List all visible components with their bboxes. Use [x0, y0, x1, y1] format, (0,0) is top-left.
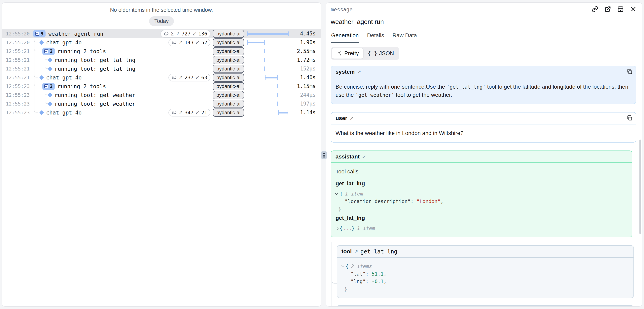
token-coin-icon: [164, 31, 169, 36]
tokens-in-count: 727: [182, 31, 190, 37]
span-start-time: 12:55:21: [6, 66, 31, 72]
json-comma: ,: [440, 198, 444, 205]
dock-panel-icon[interactable]: [617, 5, 624, 13]
copy-icon[interactable]: [626, 115, 633, 122]
timeline-tick: [277, 84, 278, 88]
span-label: running tool: get_lat_lng: [54, 57, 135, 63]
span-tree-cell: running tool: get_lat_lng: [31, 57, 213, 63]
assistant-message-body: Tool calls get_lat_lng{1 item"location_d…: [331, 163, 632, 237]
detail-panel: message weather_agent run Generation Det…: [326, 3, 642, 306]
chevron-right-icon[interactable]: [335, 227, 338, 230]
detail-panel-header: message: [326, 3, 642, 13]
tool-result-card: tool↗get_lat_lng{2 items"lat": 51.1,"lng…: [337, 245, 634, 298]
tab-raw-data[interactable]: Raw Data: [392, 32, 417, 43]
service-tag: pydantic-ai: [213, 39, 244, 47]
braces-icon: { }: [368, 50, 377, 56]
span-tree-cell: chat gpt-4o: [31, 110, 168, 116]
timeline-cell: [247, 82, 288, 91]
child-count: 9: [40, 31, 44, 37]
collapse-minus-icon: [44, 49, 48, 53]
span-diamond-icon: [39, 75, 44, 80]
collapse-toggle-badge[interactable]: 2: [42, 83, 55, 90]
span-tree-cell: 2running 2 tools: [31, 83, 213, 90]
user-message-card: user ↗ What is the weather like in Londo…: [331, 112, 636, 143]
detail-tabs: Generation Details Raw Data: [331, 32, 638, 43]
service-tag: pydantic-ai: [213, 56, 244, 64]
drag-dots-icon: [322, 153, 326, 157]
outgoing-arrow-icon: ↗: [354, 249, 358, 254]
span-row[interactable]: 12:55:20chat gpt-4o↗143↙52pydantic-ai1.9…: [2, 38, 321, 47]
copy-icon[interactable]: [626, 68, 633, 75]
span-row[interactable]: 12:55:209weather_agent runΣ↗727↙136pydan…: [2, 29, 321, 38]
tokens-out-count: 136: [198, 31, 207, 37]
collapse-toggle-badge[interactable]: 9: [33, 30, 46, 38]
assistant-message-header: assistant ↙: [331, 151, 632, 163]
json-view-option[interactable]: { } JSON: [363, 48, 398, 59]
timeline-tick: [264, 49, 265, 53]
collapse-toggle-badge[interactable]: 2: [42, 48, 55, 55]
span-row[interactable]: 12:55:21running tool: get_lat_lngpydanti…: [2, 64, 321, 73]
span-tree-cell: 9weather_agent run: [31, 30, 160, 38]
vertical-scrollbar[interactable]: [640, 140, 641, 234]
service-tag: pydantic-ai: [213, 82, 244, 90]
tokens-in-count: 237: [184, 75, 194, 80]
chevron-down-icon[interactable]: [335, 192, 338, 195]
panel-resize-handle[interactable]: [320, 151, 327, 159]
pretty-view-option[interactable]: Pretty: [332, 48, 363, 59]
json-comma: ,: [384, 270, 387, 278]
chevron-down-icon[interactable]: [341, 264, 344, 267]
inline-code: `get_lat_lng`: [447, 84, 486, 90]
json-entry-line: "location_description": "London",: [345, 198, 628, 205]
token-usage-badge: ↗143↙52: [168, 39, 210, 46]
span-duration: 197µs: [291, 101, 316, 107]
token-coin-icon: [172, 40, 177, 45]
span-list: 12:55:209weather_agent runΣ↗727↙136pydan…: [2, 29, 321, 117]
tokens-down-arrow-icon: ↙: [195, 110, 200, 116]
span-tree-cell: running tool: get_weather: [31, 92, 213, 98]
timeline-cell: [247, 64, 288, 73]
tab-generation[interactable]: Generation: [331, 32, 359, 43]
outgoing-arrow-icon: ↗: [357, 69, 361, 75]
span-tree-cell: running tool: get_weather: [31, 101, 213, 107]
message-list: system ↗ Be concise, reply with one sent…: [326, 60, 642, 306]
open-external-icon[interactable]: [604, 5, 612, 13]
json-close-brace: }: [344, 285, 347, 293]
tool-result-header: tool↗get_lat_lng: [337, 246, 634, 258]
token-coin-icon: [172, 75, 177, 80]
json-key: "lng":: [351, 278, 372, 285]
timeline-bar-end-cap: [264, 40, 265, 45]
span-diamond-icon: [48, 101, 52, 106]
span-tree-cell: running tool: get_lat_lng: [31, 66, 213, 72]
span-duration: 1.72ms: [291, 57, 316, 63]
span-tree-cell: 2running 2 tools: [31, 48, 213, 55]
span-row[interactable]: 12:55:21running tool: get_lat_lngpydanti…: [2, 56, 321, 64]
timeline-bar-end-cap: [288, 110, 288, 115]
span-row[interactable]: 12:55:23chat gpt-4o↗347↙21pydantic-ai1.1…: [2, 108, 321, 117]
copy-link-icon[interactable]: [591, 5, 599, 13]
json-key: "location_description":: [345, 198, 416, 205]
span-duration: 4.45s: [291, 31, 316, 37]
trace-panel: No older items in the selected time wind…: [2, 3, 322, 306]
today-button[interactable]: Today: [149, 16, 174, 26]
span-tree-cell: chat gpt-4o: [31, 75, 168, 81]
tab-details[interactable]: Details: [367, 32, 385, 43]
span-row[interactable]: 12:55:21chat gpt-4o↗237↙63pydantic-ai1.4…: [2, 73, 321, 82]
sparkle-icon: [336, 50, 342, 56]
json-entry-line: "lng": -0.1,: [351, 278, 629, 285]
json-collapsed-dots: ...: [343, 225, 352, 232]
span-row[interactable]: 12:55:23running tool: get_weatherpydanti…: [2, 99, 321, 108]
span-start-time: 12:55:23: [6, 92, 31, 98]
span-start-time: 12:55:20: [6, 40, 31, 45]
empty-window-notice: No older items in the selected time wind…: [2, 7, 321, 13]
token-coin-icon: [172, 110, 177, 115]
span-label: chat gpt-4o: [46, 75, 82, 81]
span-row[interactable]: 12:55:23running tool: get_weatherpydanti…: [2, 91, 321, 99]
span-row[interactable]: 12:55:212running 2 toolspydantic-ai2.55m…: [2, 47, 321, 56]
close-icon[interactable]: [630, 5, 637, 13]
json-key: "lat":: [351, 270, 372, 278]
span-row[interactable]: 12:55:232running 2 toolspydantic-ai1.15m…: [2, 82, 321, 91]
timeline-cell: [247, 56, 288, 64]
json-open-brace: {: [346, 263, 349, 270]
service-tag: pydantic-ai: [213, 74, 244, 82]
span-diamond-icon: [39, 40, 44, 45]
